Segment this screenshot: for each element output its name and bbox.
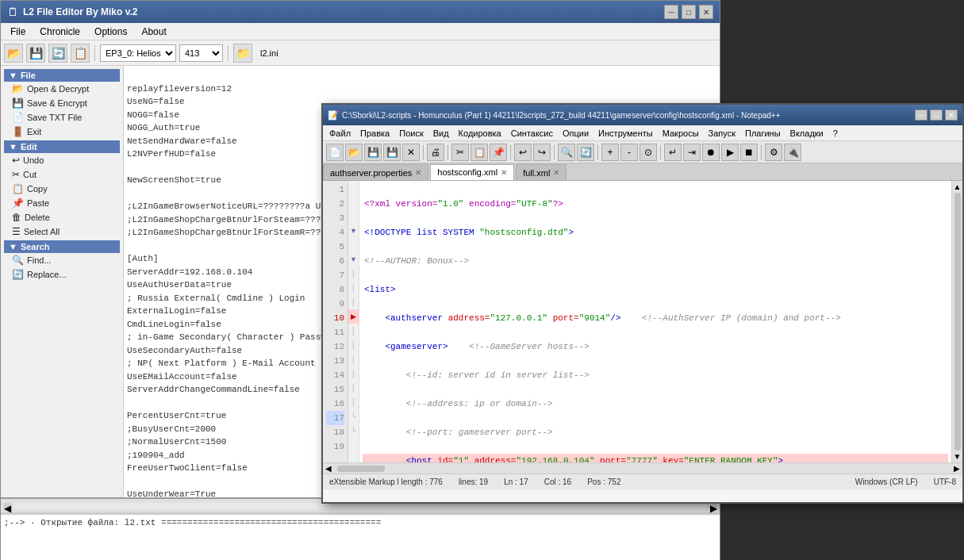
npp-tab-fullxml[interactable]: full.xml ✕ bbox=[516, 164, 566, 180]
npp-zoom-in-btn[interactable]: + bbox=[601, 144, 619, 161]
npp-redo-btn[interactable]: ↪ bbox=[533, 144, 551, 161]
npp-zoom-reset-btn[interactable]: ⊙ bbox=[639, 144, 657, 161]
line-num-17: 17 bbox=[326, 411, 344, 425]
toolbar-open-btn[interactable]: 📂 bbox=[4, 44, 23, 63]
sidebar-item-save-txt[interactable]: 📄 Save TXT File bbox=[4, 110, 120, 125]
npp-tab-fullxml-close[interactable]: ✕ bbox=[553, 168, 559, 177]
npp-vscrollbar[interactable]: ▲ ▼ bbox=[951, 181, 962, 462]
sidebar-item-exit[interactable]: 🚪 Exit bbox=[4, 125, 120, 139]
npp-open-btn[interactable]: 📂 bbox=[345, 144, 363, 161]
npp-menu-file[interactable]: Файл bbox=[325, 128, 355, 139]
npp-macro-btn[interactable]: ⏺ bbox=[702, 144, 720, 161]
build-select[interactable]: 413 bbox=[179, 44, 223, 62]
npp-maximize-button[interactable]: □ bbox=[930, 109, 943, 121]
npp-scroll-up[interactable]: ▲ bbox=[954, 182, 962, 191]
sidebar-item-undo[interactable]: ↩ Undo bbox=[4, 153, 120, 167]
npp-hscroll-left[interactable]: ◀ bbox=[323, 464, 334, 473]
npp-paste-btn[interactable]: 📌 bbox=[490, 144, 507, 161]
npp-hscroll-right[interactable]: ▶ bbox=[951, 464, 962, 473]
npp-tabs: authserver.properties ✕ hostsconfig.xml … bbox=[323, 163, 962, 181]
sidebar-item-copy[interactable]: 📋 Copy bbox=[4, 182, 120, 196]
sidebar-item-select-all[interactable]: ☰ Select All bbox=[4, 224, 120, 239]
main-menu-bar: File Chronicle Options About bbox=[1, 23, 720, 40]
sidebar-item-paste[interactable]: 📌 Paste bbox=[4, 196, 120, 210]
menu-options[interactable]: Options bbox=[88, 25, 133, 39]
code-line-10: <host id="1" address="192.168.0.104" por… bbox=[363, 454, 948, 462]
editor-content[interactable]: replayfileversion=12 UseNG=false NOGG=fa… bbox=[127, 84, 352, 498]
npp-copy-btn[interactable]: 📋 bbox=[470, 144, 488, 161]
npp-save-all-btn[interactable]: 💾 bbox=[383, 144, 401, 161]
npp-find-btn[interactable]: 🔍 bbox=[558, 144, 575, 161]
npp-settings-btn[interactable]: ⚙ bbox=[765, 144, 782, 161]
sidebar-item-cut[interactable]: ✂ Cut bbox=[4, 167, 120, 182]
npp-menu-macros[interactable]: Макросы bbox=[658, 128, 704, 139]
npp-menu-plugins[interactable]: Плагины bbox=[740, 128, 785, 139]
npp-menu-search[interactable]: Поиск bbox=[394, 128, 428, 139]
minimize-button[interactable]: ─ bbox=[664, 5, 678, 19]
sidebar-section-search-header[interactable]: ▼ Search bbox=[4, 240, 120, 253]
sidebar-item-save-encrypt[interactable]: 💾 Save & Encrypt bbox=[4, 96, 120, 110]
sidebar-item-open-decrypt[interactable]: 📂 Open & Decrypt bbox=[4, 82, 120, 96]
npp-run-macro-btn[interactable]: ▶ bbox=[721, 144, 739, 161]
toolbar-refresh-btn[interactable]: 🔄 bbox=[48, 44, 67, 63]
npp-plugins-btn[interactable]: 🔌 bbox=[784, 144, 801, 161]
npp-scroll-down[interactable]: ▼ bbox=[954, 452, 962, 461]
sidebar-section-edit-header[interactable]: ▼ Edit bbox=[4, 140, 120, 153]
npp-undo-btn[interactable]: ↩ bbox=[514, 144, 532, 161]
npp-tab-authserver[interactable]: authserver.properties ✕ bbox=[323, 164, 428, 180]
npp-tab-hostsconfig[interactable]: hostsconfig.xml ✕ bbox=[430, 164, 514, 180]
npp-tab-authserver-close[interactable]: ✕ bbox=[415, 168, 421, 177]
npp-app-icon: 📝 bbox=[328, 110, 339, 121]
npp-menu-options[interactable]: Опции bbox=[558, 128, 593, 139]
sidebar-item-replace[interactable]: 🔄 Replace... bbox=[4, 267, 120, 282]
preset-select[interactable]: EP3_0: Helios bbox=[100, 44, 176, 62]
maximize-button[interactable]: □ bbox=[682, 5, 696, 19]
fold-4[interactable]: ▼ bbox=[348, 224, 359, 238]
npp-tab-authserver-label: authserver.properties bbox=[330, 168, 412, 178]
npp-tb-sep6 bbox=[660, 145, 661, 159]
menu-chronicle[interactable]: Chronicle bbox=[33, 25, 86, 39]
npp-menu-encoding[interactable]: Кодировка bbox=[454, 128, 506, 139]
toolbar-folder-btn[interactable]: 📁 bbox=[233, 44, 252, 63]
npp-wrap-btn[interactable]: ↵ bbox=[664, 144, 682, 161]
npp-menu-syntax[interactable]: Синтаксис bbox=[506, 128, 558, 139]
npp-zoom-out-btn[interactable]: - bbox=[620, 144, 638, 161]
toolbar-separator bbox=[94, 45, 95, 61]
npp-print-btn[interactable]: 🖨 bbox=[427, 144, 444, 161]
npp-close-tab-btn[interactable]: ✕ bbox=[402, 144, 420, 161]
npp-new-btn[interactable]: 📄 bbox=[326, 144, 344, 161]
npp-close-button[interactable]: ✕ bbox=[945, 109, 958, 121]
fold-9: │ bbox=[348, 295, 359, 309]
npp-save-btn[interactable]: 💾 bbox=[364, 144, 382, 161]
npp-replace-btn[interactable]: 🔄 bbox=[577, 144, 594, 161]
fold-6[interactable]: ▼ bbox=[348, 252, 359, 267]
npp-hscroll-thumb[interactable] bbox=[337, 466, 385, 472]
npp-menu-run[interactable]: Запуск bbox=[704, 128, 740, 139]
npp-status-lines: lines: 19 bbox=[459, 478, 488, 486]
menu-about[interactable]: About bbox=[135, 25, 172, 39]
fold-5 bbox=[348, 238, 359, 252]
fold-19 bbox=[348, 438, 359, 452]
npp-menu-tabs[interactable]: Вкладки bbox=[785, 128, 828, 139]
npp-code-editor[interactable]: <?xml version="1.0" encoding="UTF-8"?> <… bbox=[359, 181, 951, 462]
npp-tab-hostsconfig-close[interactable]: ✕ bbox=[501, 168, 507, 177]
npp-tb-sep2 bbox=[447, 145, 448, 159]
npp-menu-view[interactable]: Вид bbox=[428, 128, 454, 139]
npp-scroll-thumb[interactable] bbox=[954, 193, 961, 451]
close-button[interactable]: ✕ bbox=[699, 5, 713, 19]
npp-stop-macro-btn[interactable]: ⏹ bbox=[740, 144, 758, 161]
toolbar-save-btn[interactable]: 💾 bbox=[26, 44, 45, 63]
npp-menu-edit[interactable]: Правка bbox=[355, 128, 394, 139]
log-scroll-left[interactable]: ◀ bbox=[4, 503, 10, 509]
npp-minimize-button[interactable]: ─ bbox=[915, 109, 928, 121]
npp-menu-tools[interactable]: Инструменты bbox=[593, 128, 658, 139]
npp-hscrollbar[interactable]: ◀ ▶ bbox=[323, 462, 962, 474]
sidebar-section-file-header[interactable]: ▼ File bbox=[4, 69, 120, 82]
npp-indent-btn[interactable]: ⇥ bbox=[683, 144, 701, 161]
npp-cut-btn[interactable]: ✂ bbox=[451, 144, 469, 161]
sidebar-item-find[interactable]: 🔍 Find... bbox=[4, 253, 120, 267]
menu-file[interactable]: File bbox=[4, 25, 32, 39]
toolbar-copy-btn[interactable]: 📋 bbox=[71, 44, 90, 63]
npp-menu-help[interactable]: ? bbox=[828, 128, 843, 139]
sidebar-item-delete[interactable]: 🗑 Delete bbox=[4, 210, 120, 224]
